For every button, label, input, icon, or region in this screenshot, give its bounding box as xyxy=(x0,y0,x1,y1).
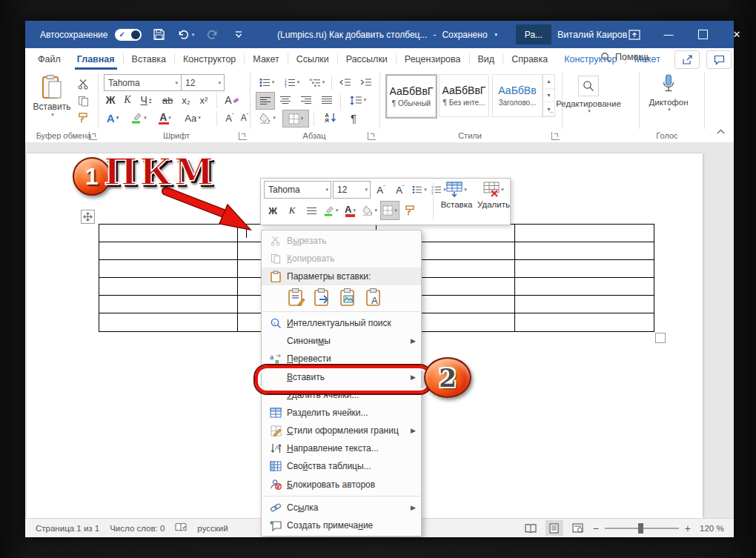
subscript-button[interactable]: x₂ xyxy=(178,92,194,108)
text-effects-button[interactable]: А▾ xyxy=(102,110,123,126)
numbering-button[interactable]: 123▾ xyxy=(281,74,303,90)
style-normal[interactable]: АаБбВвГ ¶ Обычный xyxy=(385,74,437,119)
mini-font-size-combo[interactable]: 12▾ xyxy=(333,181,371,199)
mini-italic-button[interactable]: К xyxy=(283,202,301,219)
line-spacing-button[interactable]: ▾ xyxy=(346,92,370,108)
clipboard-dialog-launcher[interactable] xyxy=(89,132,97,140)
justify-button[interactable] xyxy=(318,92,336,108)
style-heading1[interactable]: АаБбВв Заголово... xyxy=(492,74,543,117)
mini-font-color-button[interactable]: А ▾ xyxy=(342,202,359,219)
show-paragraph-marks-button[interactable]: ¶ xyxy=(345,110,362,126)
print-layout-button[interactable] xyxy=(546,520,563,536)
menu-item-link[interactable]: Ссылка ▶ xyxy=(262,499,421,517)
font-color-button[interactable]: А ▾ xyxy=(154,110,176,126)
mini-borders-button[interactable]: ▾ xyxy=(380,201,399,220)
table-cell[interactable] xyxy=(515,260,654,278)
menu-item-split-cells[interactable]: Разделить ячейки... xyxy=(262,404,421,422)
menu-item-new-comment[interactable]: Создать примечание xyxy=(262,517,421,534)
menu-item-table-properties[interactable]: Свойства таблицы... xyxy=(262,457,421,475)
search-box[interactable]: Ра... xyxy=(516,24,551,44)
borders-button[interactable]: ▾ xyxy=(282,110,309,127)
tab-insert[interactable]: Вставка xyxy=(124,48,174,70)
tab-references[interactable]: Ссылки xyxy=(288,48,337,70)
zoom-level[interactable]: 120 % xyxy=(700,524,728,533)
undo-button[interactable]: ▾ xyxy=(176,25,195,44)
underline-button[interactable]: Ч▾ xyxy=(136,92,156,108)
multilevel-list-button[interactable]: ▾ xyxy=(306,74,328,90)
table-cell[interactable] xyxy=(515,278,654,296)
paste-text-only-button[interactable]: А xyxy=(365,287,384,308)
editing-button[interactable]: Редактирование ▾ xyxy=(553,76,624,114)
table-cell[interactable] xyxy=(99,242,238,260)
table-cell[interactable] xyxy=(99,296,238,313)
tab-view[interactable]: Вид xyxy=(470,48,503,70)
zoom-slider[interactable] xyxy=(605,528,679,529)
tab-home[interactable]: Главная xyxy=(69,48,123,70)
table-cell[interactable] xyxy=(99,278,238,296)
table-resize-handle[interactable] xyxy=(655,333,666,343)
web-layout-button[interactable] xyxy=(569,520,587,536)
align-right-button[interactable] xyxy=(297,92,315,108)
table-cell[interactable] xyxy=(515,242,654,260)
format-painter-button[interactable] xyxy=(74,110,92,126)
font-name-combo[interactable]: Tahoma▾ xyxy=(104,74,182,91)
grow-font-button[interactable]: Аˆ xyxy=(222,110,237,126)
maximize-button[interactable] xyxy=(686,21,719,48)
tab-help[interactable]: Справка xyxy=(503,48,556,70)
paragraph-dialog-launcher[interactable] xyxy=(368,132,376,140)
paste-button[interactable]: Вставить ▾ xyxy=(31,74,73,118)
mini-format-painter-button[interactable] xyxy=(401,202,419,219)
mini-insert-button[interactable]: ▾ Вставка xyxy=(437,182,476,222)
copy-button[interactable] xyxy=(74,93,92,109)
user-name[interactable]: Виталий Каиров xyxy=(557,21,627,48)
ribbon-display-options-button[interactable] xyxy=(618,21,651,48)
menu-item-synonyms[interactable]: Синонимы ▶ xyxy=(262,332,421,350)
paste-merge-formatting-button[interactable] xyxy=(313,287,332,308)
zoom-slider-thumb[interactable] xyxy=(638,523,643,534)
table-cell[interactable] xyxy=(515,296,654,313)
tab-file[interactable]: Файл xyxy=(30,48,69,70)
tell-me-search[interactable]: Помощь xyxy=(600,52,649,62)
strikethrough-button[interactable]: ab xyxy=(159,92,176,108)
autosave-toggle[interactable]: ✓ xyxy=(115,29,142,41)
mini-shading-button[interactable]: ▾ xyxy=(361,202,379,219)
mini-shrink-font-button[interactable]: Аˇ xyxy=(391,181,409,199)
clear-formatting-button[interactable]: А xyxy=(222,92,242,108)
read-mode-button[interactable] xyxy=(522,520,540,536)
customize-qat-button[interactable] xyxy=(229,25,248,44)
table-cell[interactable] xyxy=(515,225,654,242)
tab-mailings[interactable]: Рассылки xyxy=(338,48,396,70)
bold-button[interactable]: Ж xyxy=(102,92,119,108)
zoom-in-button[interactable]: + xyxy=(685,522,691,534)
table-cell[interactable] xyxy=(515,313,654,331)
change-case-button[interactable]: Аа▾ xyxy=(181,110,205,126)
word-count[interactable]: Число слов: 0 xyxy=(110,524,165,533)
redo-button[interactable] xyxy=(202,25,222,44)
comments-button[interactable] xyxy=(706,50,732,69)
share-button[interactable] xyxy=(674,50,700,69)
tab-review[interactable]: Рецензирова xyxy=(397,48,469,70)
table-cell[interactable] xyxy=(99,260,238,278)
cut-button[interactable] xyxy=(74,76,92,92)
style-no-spacing[interactable]: АаБбВвГ ¶ Без инте... xyxy=(439,74,489,117)
saved-status[interactable]: Сохранено xyxy=(442,30,487,40)
table-move-handle[interactable] xyxy=(81,210,95,224)
tab-layout[interactable]: Макет xyxy=(245,48,287,70)
mini-delete-button[interactable]: ▾ Удалить xyxy=(474,182,513,222)
sort-button[interactable]: АЯ xyxy=(319,110,342,126)
paste-keep-formatting-button[interactable] xyxy=(287,287,306,308)
font-dialog-launcher[interactable] xyxy=(239,132,247,140)
menu-item-smart-lookup[interactable]: i Интеллектуальный поиск xyxy=(262,314,421,332)
menu-item-text-direction[interactable]: А Направление текста... xyxy=(262,439,421,457)
mini-bullets-button[interactable]: ▾ xyxy=(411,181,428,199)
align-left-button[interactable] xyxy=(256,92,275,110)
italic-button[interactable]: К xyxy=(120,92,135,108)
align-center-button[interactable] xyxy=(276,92,294,108)
menu-item-border-styles[interactable]: Стили оформления границ ▶ xyxy=(262,422,421,439)
increase-indent-button[interactable] xyxy=(357,74,376,90)
mini-bold-button[interactable]: Ж xyxy=(264,202,282,219)
mini-grow-font-button[interactable]: Аˆ xyxy=(372,181,390,199)
close-button[interactable]: ✕ xyxy=(720,21,753,48)
paste-picture-button[interactable] xyxy=(339,287,358,308)
menu-item-block-authors[interactable]: Блокировать авторов xyxy=(262,475,421,494)
